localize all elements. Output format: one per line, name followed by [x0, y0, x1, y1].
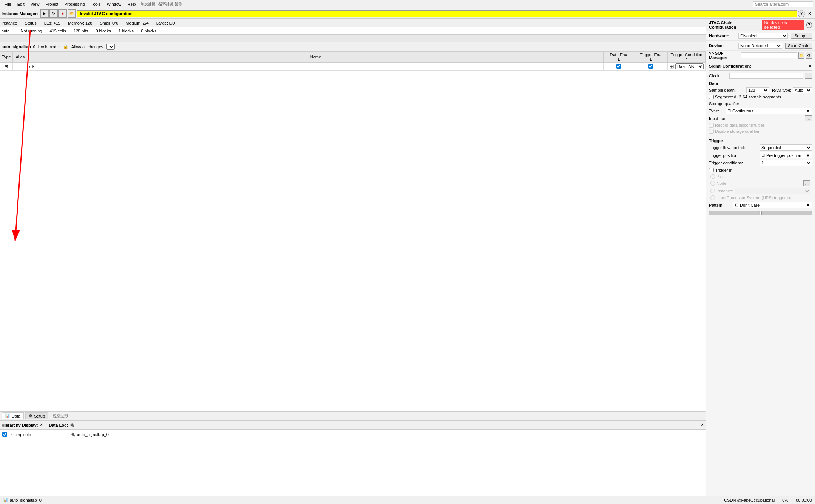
- setup-btn[interactable]: Setup...: [791, 33, 812, 39]
- instance-radio-row: Instance:: [709, 187, 812, 195]
- col-header-trigger-cond: Trigger Condition *: [668, 52, 706, 63]
- input-port-ellipsis-btn[interactable]: ...: [805, 115, 812, 121]
- trigger-in-label: Trigger in: [715, 168, 732, 172]
- hardware-row: Hardware: Disabled Setup...: [706, 31, 815, 41]
- clock-row: Clock: ...: [709, 72, 812, 80]
- sof-input[interactable]: [741, 52, 797, 58]
- main-area: Instance Status LEs: 415 Memory: 128 Sma…: [0, 19, 815, 496]
- menu-file[interactable]: File: [2, 1, 14, 7]
- trigger-in-checkbox[interactable]: [709, 168, 714, 172]
- clock-label: Clock:: [709, 74, 728, 78]
- cell-name: clk: [28, 63, 603, 71]
- trigger-flow-label: Trigger flow control:: [709, 145, 758, 150]
- instance-blocks0: 0 blocks: [95, 29, 111, 33]
- trigger-enable-checkbox[interactable]: [648, 64, 653, 69]
- device-dropdown[interactable]: None Detected: [738, 43, 782, 49]
- menu-tools[interactable]: Tools: [88, 1, 104, 7]
- pin-radio-row: Pin:: [709, 174, 812, 180]
- menu-project[interactable]: Project: [42, 1, 61, 7]
- trigger-section-label: Trigger: [709, 136, 812, 144]
- run-single-btn[interactable]: ▶: [40, 9, 49, 18]
- data-log-title: Data Log:: [49, 423, 68, 427]
- lock-icon: 🔒: [63, 44, 68, 49]
- data-log-icon[interactable]: 🔌: [69, 423, 75, 427]
- hierarchy-checkbox[interactable]: [2, 432, 7, 437]
- type-label: Type:: [709, 109, 724, 113]
- hardware-dropdown[interactable]: Disabled: [738, 33, 788, 39]
- position-icon: ⊞: [761, 153, 765, 158]
- config-scrollbar-2[interactable]: [761, 211, 812, 215]
- dont-care-selector[interactable]: ⊞ Don't Care ▼: [733, 202, 812, 208]
- pattern-row: Pattern: ⊞ Don't Care ▼: [709, 201, 812, 209]
- open-file-btn[interactable]: 📂: [68, 9, 76, 18]
- input-port-row: Input port: ...: [709, 115, 812, 122]
- data-log-item: 🔌 auto_signaltap_0: [69, 431, 704, 438]
- record-discontinuities-checkbox: [709, 123, 714, 128]
- sample-depth-dropdown[interactable]: 128: [746, 87, 769, 93]
- jtag-help-btn[interactable]: ?: [806, 22, 812, 28]
- ram-type-dropdown[interactable]: Auto: [793, 87, 812, 93]
- status-icon: 📊: [3, 498, 8, 502]
- segmented-row: Segmented: 2 64 sample segments: [709, 94, 812, 100]
- instance-status: Not running: [21, 29, 42, 33]
- dont-care-arrow: ▼: [806, 203, 810, 207]
- trigger-flow-dropdown[interactable]: Sequential: [760, 144, 812, 151]
- sof-label: >> SOF Manager:: [709, 51, 740, 60]
- hardware-label: Hardware:: [709, 34, 735, 38]
- status-instance: auto_signaltap_0: [10, 498, 42, 502]
- memory-info: Memory: 128: [68, 21, 92, 25]
- menu-processing[interactable]: Processing: [62, 1, 88, 7]
- menu-window[interactable]: Window: [104, 1, 125, 7]
- disable-storage-label: Disable storage qualifier: [715, 129, 760, 134]
- data-enable-checkbox[interactable]: [616, 64, 621, 69]
- hps-row: Hard Processor System (HPS) trigger out: [709, 195, 812, 201]
- trigger-position-row: Trigger position: ⊞ Pre trigger position…: [709, 151, 812, 159]
- continuous-selector[interactable]: ⊞ Continuous ▼: [726, 108, 812, 114]
- tab-setup[interactable]: ⚙ Setup: [25, 412, 48, 419]
- toolbar-close-btn[interactable]: ✕: [806, 10, 813, 17]
- help-btn[interactable]: ?: [798, 10, 805, 17]
- clock-ellipsis-btn[interactable]: ...: [805, 73, 812, 79]
- data-log-section: 🔌 auto_signaltap_0: [68, 430, 706, 496]
- run-continuous-btn[interactable]: ⟳: [49, 9, 58, 18]
- clock-input[interactable]: [729, 73, 803, 79]
- csdn-watermark: CSDN @FakeOccupational: [724, 498, 775, 502]
- chinese-line1: 单次捕捉: [140, 2, 155, 7]
- jtag-header: JTAG Chain Configuration: No device is s…: [706, 19, 815, 31]
- segmented-checkbox[interactable]: [709, 95, 714, 99]
- search-input[interactable]: [753, 1, 813, 7]
- trigger-position-selector[interactable]: ⊞ Pre trigger position ▼: [760, 152, 812, 158]
- status-time: 00:00:00: [796, 498, 812, 502]
- hierarchy-close-btn[interactable]: ✕: [40, 423, 43, 427]
- menu-view[interactable]: View: [28, 1, 43, 7]
- cell-trigger-ena[interactable]: [634, 63, 668, 71]
- menu-edit[interactable]: Edit: [14, 1, 28, 7]
- tab-hint: 观察波形: [53, 413, 68, 419]
- allow-changes-dropdown[interactable]: [106, 44, 115, 50]
- sof-browse-btn[interactable]: 📁: [798, 52, 804, 59]
- sig-config-close-btn[interactable]: ✕: [808, 63, 812, 69]
- trigger-cond-dropdown[interactable]: Basic AN: [675, 63, 704, 69]
- disable-storage-row: Disable storage qualifier: [709, 128, 812, 134]
- bottom-tabs: 📊 Data ⚙ Setup 观察波形: [0, 411, 706, 420]
- trigger-flow-row: Trigger flow control: Sequential: [709, 144, 812, 151]
- input-port-label: Input port:: [709, 116, 739, 121]
- scan-chain-btn[interactable]: Scan Chain: [785, 43, 812, 49]
- col-header-name: Name: [28, 52, 603, 63]
- menu-help[interactable]: Help: [125, 1, 139, 7]
- signal-toolbar: auto_signaltap_0 Lock mode: 🔒 Allow all …: [0, 42, 706, 51]
- bottom-panel-close-btn[interactable]: ✕: [701, 423, 704, 427]
- cell-data-ena[interactable]: [604, 63, 634, 71]
- disable-storage-checkbox: [709, 129, 714, 134]
- sof-config-btn[interactable]: ⚙: [806, 52, 812, 59]
- config-scrollbar-1[interactable]: [709, 211, 760, 215]
- device-row: Device: None Detected Scan Chain: [706, 41, 815, 51]
- instance-radio-label: Instance:: [717, 189, 734, 193]
- pattern-label: Pattern:: [709, 203, 732, 207]
- stop-btn[interactable]: ■: [58, 9, 67, 18]
- tab-data[interactable]: 📊 Data: [2, 412, 24, 419]
- cell-trigger-cond[interactable]: ⊞ Basic AN: [668, 63, 706, 71]
- trigger-conditions-dropdown[interactable]: 1: [760, 160, 812, 166]
- sample-depth-label: Sample depth:: [709, 88, 745, 92]
- node-radio: [710, 181, 715, 186]
